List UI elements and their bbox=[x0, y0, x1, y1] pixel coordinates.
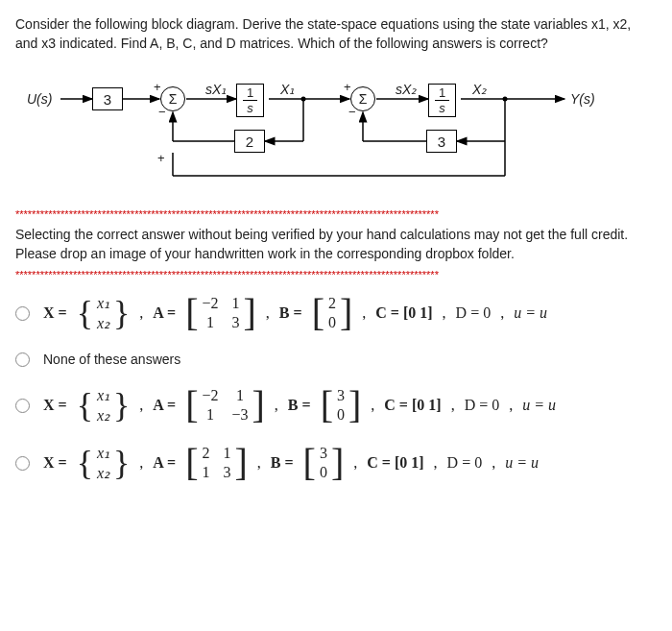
sum2-plus: + bbox=[344, 80, 351, 94]
C-text: C = [0 1] bbox=[375, 304, 432, 322]
x-vector: { x₁ x₂ } bbox=[77, 294, 131, 332]
A-matrix: [ 21 13 ] bbox=[185, 445, 248, 481]
radio-icon bbox=[15, 399, 30, 413]
gain-input-block: 3 bbox=[92, 87, 123, 110]
question-text: Consider the following block diagram. De… bbox=[15, 15, 657, 53]
answer-option-1[interactable]: X = { x₁ x₂ } , A = [ −21 13 ] , B = [ 2… bbox=[15, 294, 657, 332]
block-diagram: U(s) 3 Σ + − + sX₁ 1 s X₁ 2 Σ + − sX₂ 1 … bbox=[27, 70, 641, 195]
separator-bottom: ****************************************… bbox=[15, 269, 657, 280]
answer-option-3[interactable]: X = { x₁ x₂ } , A = [ −21 1−3 ] , B = [ … bbox=[15, 386, 657, 425]
B-matrix: [ 2 0 ] bbox=[312, 295, 353, 331]
integ2-num: 1 bbox=[435, 86, 449, 101]
integ2-den: s bbox=[439, 101, 445, 114]
radio-icon bbox=[15, 456, 30, 471]
sum1-plus: + bbox=[154, 80, 161, 94]
verification-note: Selecting the correct answer without bei… bbox=[15, 226, 657, 263]
none-label: None of these answers bbox=[43, 352, 180, 367]
integrator-1: 1 s bbox=[236, 84, 264, 117]
integ1-den: s bbox=[247, 101, 253, 114]
A-matrix: [ −21 1−3 ] bbox=[185, 387, 265, 424]
option-3-equation: X = { x₁ x₂ } , A = [ −21 1−3 ] , B = [ … bbox=[43, 386, 556, 425]
answer-option-none[interactable]: None of these answers bbox=[15, 352, 657, 367]
radio-icon bbox=[15, 352, 30, 367]
X2-label: X₂ bbox=[472, 82, 487, 97]
D-text: D = 0 bbox=[456, 304, 492, 322]
integ1-num: 1 bbox=[243, 86, 257, 101]
B-eq-label: B = bbox=[279, 304, 302, 322]
X1-label: X₁ bbox=[280, 82, 295, 97]
B-matrix: [ 3 0 ] bbox=[303, 445, 345, 481]
sX2-label: sX₂ bbox=[396, 82, 417, 97]
feedback-gain-1: 2 bbox=[234, 130, 265, 153]
sX1-label: sX₁ bbox=[205, 82, 227, 97]
x-vector: { x₁ x₂ } bbox=[77, 386, 131, 425]
option-1-equation: X = { x₁ x₂ } , A = [ −21 13 ] , B = [ 2… bbox=[43, 294, 547, 332]
sum1-plus-outer: + bbox=[157, 151, 165, 165]
radio-icon bbox=[15, 306, 30, 321]
output-label: Y(s) bbox=[570, 91, 595, 107]
feedback-gain-2: 3 bbox=[426, 130, 457, 153]
u-text: u = u bbox=[514, 304, 547, 322]
sum1-minus: − bbox=[158, 105, 166, 119]
A-matrix: [ −21 13 ] bbox=[185, 295, 256, 331]
option-4-equation: X = { x₁ x₂ } , A = [ 21 13 ] , B = [ 3 … bbox=[43, 444, 539, 482]
separator-top: ****************************************… bbox=[15, 208, 657, 220]
sum2-minus: − bbox=[348, 105, 356, 119]
integrator-2: 1 s bbox=[428, 84, 456, 117]
A-eq-label: A = bbox=[153, 304, 176, 322]
answer-option-4[interactable]: X = { x₁ x₂ } , A = [ 21 13 ] , B = [ 3 … bbox=[15, 444, 657, 482]
X-eq-label: X = bbox=[43, 304, 67, 322]
B-matrix: [ 3 0 ] bbox=[321, 387, 362, 424]
x-vector: { x₁ x₂ } bbox=[77, 444, 131, 482]
input-label: U(s) bbox=[27, 91, 52, 107]
